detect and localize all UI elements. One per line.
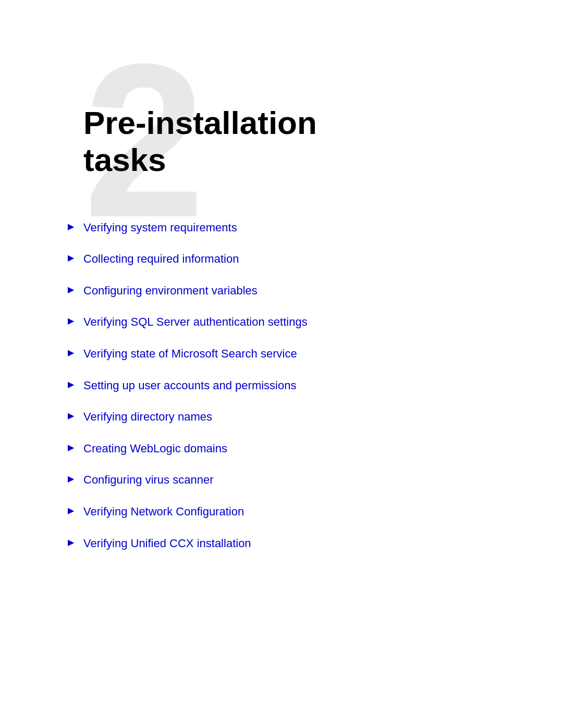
toc-link[interactable]: Verifying Unified CCX installation bbox=[83, 536, 251, 551]
toc-link[interactable]: Verifying SQL Server authentication sett… bbox=[83, 315, 308, 330]
toc-link[interactable]: Configuring virus scanner bbox=[83, 473, 213, 488]
toc-arrow-icon: ▶ bbox=[68, 411, 74, 421]
toc-arrow-icon: ▶ bbox=[68, 285, 74, 294]
toc-item: ▶Verifying system requirements bbox=[68, 220, 511, 236]
toc-link[interactable]: Setting up user accounts and permissions bbox=[83, 378, 296, 393]
toc-arrow-icon: ▶ bbox=[68, 379, 74, 389]
toc-item: ▶Creating WebLogic domains bbox=[68, 441, 511, 456]
toc-item: ▶Verifying SQL Server authentication set… bbox=[68, 315, 511, 330]
toc-arrow-icon: ▶ bbox=[68, 221, 74, 231]
toc-arrow-icon: ▶ bbox=[68, 537, 74, 547]
toc-item: ▶Verifying Unified CCX installation bbox=[68, 536, 511, 551]
chapter-title-block: Pre-installation tasks bbox=[0, 0, 563, 179]
toc-arrow-icon: ▶ bbox=[68, 348, 74, 357]
toc-item: ▶Setting up user accounts and permission… bbox=[68, 378, 511, 393]
toc-link[interactable]: Collecting required information bbox=[83, 252, 239, 267]
toc-arrow-icon: ▶ bbox=[68, 316, 74, 326]
toc-item: ▶Configuring virus scanner bbox=[68, 473, 511, 488]
toc-item: ▶Collecting required information bbox=[68, 252, 511, 267]
toc-link[interactable]: Verifying system requirements bbox=[83, 220, 237, 236]
toc-arrow-icon: ▶ bbox=[68, 505, 74, 515]
toc-item: ▶Verifying state of Microsoft Search ser… bbox=[68, 347, 511, 362]
toc-link[interactable]: Configuring environment variables bbox=[83, 283, 258, 299]
toc-list: ▶Verifying system requirements▶Collectin… bbox=[0, 179, 563, 551]
toc-link[interactable]: Verifying Network Configuration bbox=[83, 504, 244, 520]
toc-link[interactable]: Creating WebLogic domains bbox=[83, 441, 227, 456]
page: 2 Pre-installation tasks ▶Verifying syst… bbox=[0, 0, 563, 728]
toc-arrow-icon: ▶ bbox=[68, 253, 74, 263]
chapter-title: Pre-installation tasks bbox=[83, 104, 511, 179]
toc-item: ▶Verifying Network Configuration bbox=[68, 504, 511, 520]
toc-link[interactable]: Verifying directory names bbox=[83, 410, 212, 425]
toc-item: ▶Configuring environment variables bbox=[68, 283, 511, 299]
toc-link[interactable]: Verifying state of Microsoft Search serv… bbox=[83, 347, 297, 362]
toc-arrow-icon: ▶ bbox=[68, 474, 74, 484]
toc-arrow-icon: ▶ bbox=[68, 442, 74, 452]
toc-item: ▶Verifying directory names bbox=[68, 410, 511, 425]
